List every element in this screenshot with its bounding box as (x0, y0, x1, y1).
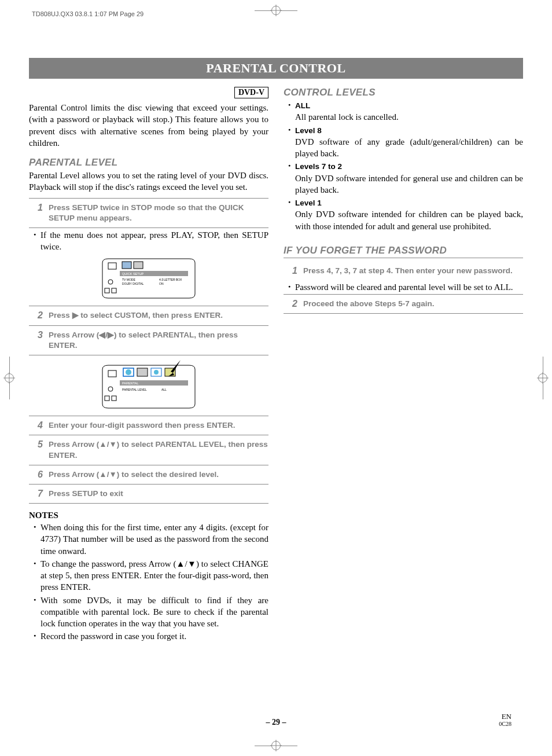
svg-point-17 (154, 370, 159, 375)
svg-rect-11 (112, 288, 116, 293)
step-2: 2 Press ▶ to select CUSTOM, then press E… (29, 306, 268, 325)
forgot-password-heading: IF YOU FORGET THE PASSWORD (284, 245, 523, 256)
svg-text:TV MODE: TV MODE (122, 278, 135, 281)
step-number: 2 (284, 299, 303, 309)
parental-level-body: Parental Level allows you to set the rat… (29, 170, 268, 193)
step1-note: If the menu does not appear, press PLAY,… (34, 229, 268, 253)
step-3: 3 Press Arrow (◀/▶) to select PARENTAL, … (29, 325, 268, 355)
step-number: 2 (29, 310, 49, 321)
svg-rect-10 (105, 288, 109, 293)
level-item-1: Level 1 Only DVD software intended for c… (288, 197, 523, 232)
step-text: Enter your four-digit password then pres… (49, 420, 268, 431)
step-text: Press Arrow (▲/▼) to select PARENTAL LEV… (49, 439, 268, 460)
parental-menu-diagram: PARENTAL PARENTAL LEVEL ALL (97, 359, 201, 411)
step-text: Press Arrow (▲/▼) to select the desired … (49, 469, 268, 480)
note-item: With some DVDs, it may be difficult to f… (34, 594, 268, 630)
bullet-icon (288, 281, 295, 293)
step-text: Press 4, 7, 3, 7 at step 4. Then enter y… (303, 266, 523, 276)
svg-rect-24 (105, 396, 109, 401)
forgot-step-2: 2 Proceed the above Steps 5-7 again. (284, 294, 523, 314)
parental-level-heading: PARENTAL LEVEL (29, 157, 268, 168)
crop-mark-right (538, 357, 547, 399)
svg-text:QUICK SETUP: QUICK SETUP (122, 272, 144, 276)
svg-text:PARENTAL LEVEL: PARENTAL LEVEL (122, 388, 147, 391)
crop-mark-bottom (255, 741, 297, 750)
control-levels-heading: CONTROL LEVELS (284, 87, 523, 98)
svg-rect-25 (112, 396, 116, 401)
svg-text:DOLBY DIGITAL: DOLBY DIGITAL (122, 282, 144, 285)
print-header: TD808UJ.QX3 03.8.1 1:07 PM Page 29 (32, 10, 143, 17)
svg-text:ON: ON (159, 282, 164, 285)
doc-code: EN 0C28 (499, 713, 511, 727)
forgot-note: Password will be cleared and parental le… (288, 281, 523, 293)
intro-paragraph: Parental Control limits the disc viewing… (29, 102, 268, 149)
step-4: 4 Enter your four-digit password then pr… (29, 416, 268, 435)
step-number: 7 (29, 489, 49, 499)
step-text: Press SETUP to exit (49, 489, 268, 499)
svg-rect-0 (108, 263, 116, 269)
page-number: – 29 – (0, 718, 552, 727)
level-item-7to2: Levels 7 to 2 Only DVD software intended… (288, 160, 523, 196)
forgot-step-1: 1 Press 4, 7, 3, 7 at step 4. Then enter… (284, 262, 523, 280)
step-text: Press SETUP twice in STOP mode so that t… (49, 203, 268, 223)
page-title: PARENTAL CONTROL (29, 58, 523, 79)
step-5: 5 Press Arrow (▲/▼) to select PARENTAL L… (29, 435, 268, 464)
step-number: 1 (29, 203, 49, 223)
step-number: 4 (29, 420, 49, 431)
note-item: Record the password in case you forget i… (34, 630, 268, 642)
svg-rect-2 (134, 262, 143, 269)
svg-point-23 (108, 387, 113, 391)
step-text: Press ▶ to select CUSTOM, then press ENT… (49, 310, 268, 321)
svg-text:PARENTAL: PARENTAL (122, 381, 138, 385)
note-item: When doing this for the first time, ente… (34, 522, 268, 557)
svg-point-9 (108, 280, 113, 284)
dvd-v-badge: DVD-V (234, 87, 268, 98)
note-item: To change the password, press Arrow (▲/▼… (34, 558, 268, 593)
step-text: Proceed the above Steps 5-7 again. (303, 299, 523, 309)
bullet-icon (288, 160, 295, 196)
step-number: 3 (29, 330, 49, 351)
crop-mark-top (255, 6, 297, 15)
step-number: 6 (29, 469, 49, 480)
step-1: 1 Press SETUP twice in STOP mode so that… (29, 198, 268, 228)
svg-rect-12 (108, 370, 116, 377)
level-item-8: Level 8 DVD software of any grade (adult… (288, 124, 523, 160)
bullet-icon (34, 630, 41, 642)
bullet-icon (288, 197, 295, 232)
svg-rect-1 (122, 262, 131, 269)
step-text: Press Arrow (◀/▶) to select PARENTAL, th… (49, 330, 268, 351)
bullet-icon (34, 558, 41, 593)
step-6: 6 Press Arrow (▲/▼) to select the desire… (29, 465, 268, 484)
svg-text:ALL: ALL (161, 388, 167, 391)
crop-mark-left (5, 357, 14, 399)
step-7: 7 Press SETUP to exit (29, 484, 268, 504)
notes-heading: NOTES (29, 511, 268, 520)
bullet-icon (288, 124, 295, 160)
bullet-icon (34, 522, 41, 557)
step-number: 5 (29, 439, 49, 460)
quick-setup-diagram: QUICK SETUP TV MODE 4:3 LETTER BOX DOLBY… (97, 256, 201, 301)
level-item-all: ALL All parental lock is cancelled. (288, 100, 523, 123)
bullet-icon (34, 594, 41, 630)
bullet-icon (34, 229, 41, 253)
svg-point-14 (126, 369, 131, 375)
svg-rect-15 (137, 368, 148, 376)
step-number: 1 (284, 266, 303, 276)
svg-text:4:3 LETTER BOX: 4:3 LETTER BOX (159, 278, 182, 281)
bullet-icon (288, 100, 295, 123)
